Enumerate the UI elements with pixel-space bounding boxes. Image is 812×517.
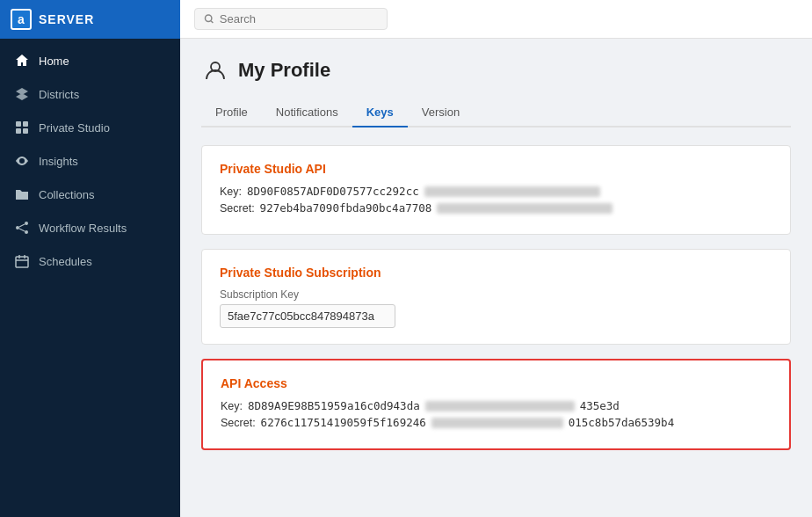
- subscription-key-value: 5fae7c77c05bcc847894873a: [220, 304, 395, 328]
- sidebar-nav: Home Districts Private Studio Insights C…: [0, 39, 180, 278]
- sidebar-item-districts[interactable]: Districts: [0, 77, 180, 111]
- calendar-icon: [14, 253, 30, 269]
- access-secret-row: Secret: 6276c11751419059f5f169246 015c8b…: [221, 416, 772, 429]
- tab-profile[interactable]: Profile: [201, 98, 262, 127]
- page-header: My Profile: [201, 56, 791, 84]
- api-secret-value: 927eb4ba7090fbda90bc4a7708: [260, 201, 432, 215]
- api-key-blur: [424, 186, 600, 197]
- api-secret-label: Secret:: [220, 202, 255, 215]
- access-secret-blur: [431, 418, 563, 428]
- access-key-value: 8D89A9E98B51959a16c0d943da: [248, 399, 420, 412]
- profile-avatar-icon: [201, 56, 229, 84]
- search-input[interactable]: [220, 12, 378, 25]
- private-studio-api-title: Private Studio API: [220, 162, 772, 176]
- layers-icon: [14, 86, 30, 102]
- access-secret-label: Secret:: [221, 417, 256, 429]
- api-key-row: Key: 8D90F0857ADF0D07577cc292cc: [220, 185, 772, 198]
- tab-notifications[interactable]: Notifications: [262, 98, 352, 127]
- app-name: SERVER: [39, 12, 94, 26]
- api-access-title: API Access: [221, 376, 772, 390]
- api-secret-blur: [437, 203, 613, 214]
- svg-rect-0: [16, 121, 21, 127]
- private-studio-api-card: Private Studio API Key: 8D90F0857ADF0D07…: [201, 145, 791, 235]
- tab-version[interactable]: Version: [408, 98, 474, 127]
- sidebar: a SERVER Home Districts Private Studio: [0, 0, 180, 517]
- sidebar-item-insights[interactable]: Insights: [0, 144, 180, 178]
- access-key-row: Key: 8D89A9E98B51959a16c0d943da 435e3d: [221, 399, 772, 412]
- home-icon: [14, 53, 30, 69]
- search-box[interactable]: [194, 8, 388, 30]
- sidebar-item-collections[interactable]: Collections: [0, 178, 180, 211]
- svg-rect-7: [16, 257, 28, 267]
- sidebar-item-private-studio-label: Private Studio: [39, 121, 110, 135]
- eye-icon: [14, 153, 30, 169]
- subscription-key-label: Subscription Key: [220, 288, 772, 301]
- access-secret-end: 015c8b57da6539b4: [569, 416, 674, 429]
- svg-rect-3: [23, 128, 28, 134]
- access-key-blur: [425, 401, 575, 411]
- content-area: My Profile Profile Notifications Keys Ve…: [180, 39, 812, 517]
- search-icon: [204, 13, 214, 25]
- folder-icon: [14, 186, 30, 202]
- logo-icon: a: [11, 9, 32, 30]
- svg-point-4: [25, 222, 28, 225]
- private-studio-subscription-card: Private Studio Subscription Subscription…: [201, 249, 791, 345]
- sidebar-item-private-studio[interactable]: Private Studio: [0, 111, 180, 144]
- sidebar-item-schedules[interactable]: Schedules: [0, 244, 180, 278]
- svg-rect-1: [23, 121, 28, 127]
- sidebar-header: a SERVER: [0, 0, 180, 39]
- sidebar-item-schedules-label: Schedules: [39, 255, 92, 268]
- access-key-end: 435e3d: [580, 399, 620, 412]
- api-access-card: API Access Key: 8D89A9E98B51959a16c0d943…: [201, 359, 791, 450]
- svg-point-6: [25, 230, 28, 234]
- access-secret-value: 6276c11751419059f5f169246: [261, 416, 426, 429]
- subscription-title: Private Studio Subscription: [220, 266, 772, 280]
- grid-icon: [14, 120, 30, 135]
- api-key-label: Key:: [220, 186, 242, 198]
- share-icon: [14, 220, 30, 236]
- sidebar-item-workflow-results[interactable]: Workflow Results: [0, 211, 180, 244]
- sidebar-item-insights-label: Insights: [39, 155, 78, 168]
- svg-rect-2: [16, 128, 21, 134]
- sidebar-item-home[interactable]: Home: [0, 44, 180, 77]
- sidebar-item-collections-label: Collections: [39, 188, 95, 201]
- sidebar-item-home-label: Home: [39, 55, 69, 68]
- topbar: [180, 0, 812, 39]
- api-key-value: 8D90F0857ADF0D07577cc292cc: [247, 185, 419, 198]
- sidebar-item-districts-label: Districts: [39, 88, 79, 101]
- tabs: Profile Notifications Keys Version: [201, 98, 791, 127]
- sidebar-item-workflow-results-label: Workflow Results: [39, 222, 127, 235]
- main-content: My Profile Profile Notifications Keys Ve…: [180, 0, 812, 517]
- api-secret-row: Secret: 927eb4ba7090fbda90bc4a7708: [220, 201, 772, 215]
- svg-point-8: [205, 15, 211, 21]
- svg-point-5: [16, 226, 19, 229]
- page-title: My Profile: [238, 59, 330, 82]
- access-key-label: Key:: [221, 400, 243, 412]
- tab-keys[interactable]: Keys: [352, 98, 408, 127]
